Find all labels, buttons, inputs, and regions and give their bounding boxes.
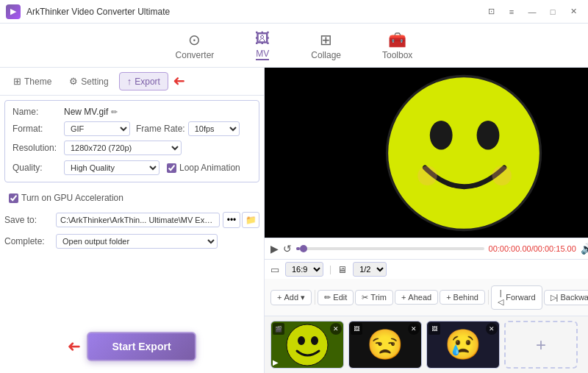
- rewind-button[interactable]: ↺: [283, 243, 292, 255]
- complete-select[interactable]: Open output folder Do nothing: [56, 234, 218, 249]
- framerate-select[interactable]: 10fps 24fps 30fps: [188, 121, 240, 136]
- svg-point-0: [387, 76, 541, 230]
- main-content: ⊞ Theme ⚙ Setting ↑ Export ➜ Name: New M…: [0, 68, 588, 373]
- clip-1-play[interactable]: ▶: [273, 358, 279, 366]
- nav-collage[interactable]: ⊞ Collage: [305, 28, 347, 63]
- save-more-button[interactable]: •••: [223, 212, 240, 228]
- add-icon: +: [277, 293, 282, 302]
- converter-icon: ⊙: [188, 31, 201, 49]
- start-export-button[interactable]: Start Export: [87, 332, 196, 361]
- svg-point-6: [298, 336, 305, 345]
- video-preview: [265, 68, 588, 238]
- tab-export-label: Export: [135, 77, 160, 87]
- tab-export[interactable]: ↑ Export: [119, 72, 168, 90]
- theme-tab-icon: ⊞: [13, 76, 21, 87]
- format-row: Format: GIF MP4 AVI MOV Frame Rate: 10fp…: [12, 121, 251, 136]
- loop-animation-checkbox[interactable]: [167, 163, 176, 173]
- name-value: New MV.gif: [64, 107, 108, 117]
- edit-name-icon[interactable]: ✏: [111, 107, 118, 117]
- time-total: 00:00:15.00: [534, 244, 576, 253]
- start-export-arrow: ➜: [68, 337, 81, 356]
- play-button[interactable]: ▶: [270, 243, 279, 255]
- save-folder-button[interactable]: 📁: [242, 212, 259, 228]
- minimize-button[interactable]: —: [523, 4, 541, 19]
- video-controls: ▶ ↺ 00:00:00.00/00:00:15.00 🔊 Start Expo…: [265, 238, 588, 259]
- add-clip-icon: +: [536, 335, 546, 355]
- clip-3-type: 🖼: [429, 323, 440, 335]
- hamburger-button[interactable]: ≡: [503, 4, 520, 19]
- edit-button[interactable]: ✏ Edit: [318, 290, 354, 305]
- nav-converter-label: Converter: [176, 50, 215, 60]
- export-arrow-indicator: ➜: [173, 73, 185, 90]
- aspect-controls: ▭ 16:9 4:3 1:1 | 🖥 1/2 1/4 1/1: [265, 259, 588, 279]
- menu-button[interactable]: ⊡: [482, 4, 500, 19]
- tab-setting-label: Setting: [81, 77, 108, 87]
- add-button[interactable]: + Add ▾: [270, 290, 312, 305]
- format-label: Format:: [12, 124, 64, 134]
- quality-row: Quality: High Quality Medium Quality Low…: [12, 160, 251, 176]
- svg-point-1: [430, 121, 453, 150]
- tab-setting[interactable]: ⚙ Setting: [62, 73, 115, 90]
- svg-point-7: [311, 336, 318, 345]
- clip-3-close[interactable]: ✕: [486, 323, 498, 335]
- name-label: Name:: [12, 107, 64, 117]
- app-icon: ▶: [6, 4, 21, 19]
- clip-1[interactable]: ✕ 🎬 ▶: [270, 321, 344, 369]
- volume-button[interactable]: 🔊: [581, 243, 588, 255]
- nav-mv[interactable]: 🖼 MV: [249, 27, 276, 63]
- window-controls: ⊡ ≡ — □ ✕: [482, 4, 582, 19]
- clip-2-close[interactable]: ✕: [408, 323, 420, 335]
- svg-point-5: [287, 324, 328, 366]
- clip-3[interactable]: 😢 ✕ 🖼: [426, 321, 500, 369]
- scale-select[interactable]: 1/2 1/4 1/1: [353, 262, 387, 277]
- edit-label: Edit: [333, 293, 347, 302]
- quality-label: Quality:: [12, 163, 64, 173]
- maximize-button[interactable]: □: [544, 4, 562, 19]
- behind-button[interactable]: + Behind: [440, 290, 485, 305]
- clip-2[interactable]: 😒 ✕ 🖼: [348, 321, 422, 369]
- tab-theme[interactable]: ⊞ Theme: [6, 73, 59, 90]
- gpu-row: Turn on GPU Acceleration: [0, 187, 264, 209]
- nav-mv-label: MV: [256, 49, 269, 60]
- backward-button[interactable]: ▷| Backward: [544, 290, 588, 305]
- left-panel: ⊞ Theme ⚙ Setting ↑ Export ➜ Name: New M…: [0, 68, 265, 373]
- resolution-select[interactable]: 1280x720 (720p) 1920x1080 (1080p) 640x48…: [64, 141, 182, 155]
- trim-icon: ✂: [362, 293, 368, 302]
- nav-toolbox[interactable]: 🧰 Toolbox: [376, 28, 418, 63]
- trim-button[interactable]: ✂ Trim: [355, 290, 393, 305]
- save-to-row: Save to: C:\ArkThinker\ArkThin... Ultima…: [4, 212, 259, 228]
- save-to-label: Save to:: [4, 215, 56, 225]
- gpu-checkbox-row[interactable]: Turn on GPU Acceleration: [9, 193, 255, 203]
- svg-point-3: [418, 166, 437, 185]
- progress-bar[interactable]: [296, 247, 484, 250]
- nav-converter[interactable]: ⊙ Converter: [170, 28, 220, 63]
- aspect-select[interactable]: 16:9 4:3 1:1: [285, 262, 323, 277]
- timeline-clips: ✕ 🎬 ▶ 😒 ✕ 🖼 😢 ✕ 🖼: [265, 316, 588, 373]
- ahead-button[interactable]: + Ahead: [395, 290, 438, 305]
- clip-2-emoji: 😒: [367, 327, 404, 362]
- setting-tab-icon: ⚙: [69, 76, 78, 87]
- save-actions: ••• 📁: [223, 212, 259, 228]
- behind-label: Behind: [453, 293, 478, 302]
- export-form: Name: New MV.gif ✏ Format: GIF MP4 AVI M…: [4, 100, 259, 182]
- app-title: ArkThinker Video Converter Ultimate: [26, 7, 482, 17]
- loop-animation-checkbox-row[interactable]: Loop Animation: [167, 163, 240, 173]
- forward-button[interactable]: |◁ Forward: [491, 285, 542, 310]
- time-display: 00:00:00.00/00:00:15.00: [489, 244, 576, 253]
- quality-select[interactable]: High Quality Medium Quality Low Quality: [64, 160, 159, 175]
- close-button[interactable]: ✕: [564, 4, 582, 19]
- time-current: 00:00:00.00: [489, 244, 531, 253]
- save-path-value: C:\ArkThinker\ArkThin... Ultimate\MV Exp…: [56, 213, 220, 227]
- progress-thumb: [300, 245, 307, 252]
- add-label: Add: [284, 293, 298, 302]
- trim-label: Trim: [370, 293, 387, 302]
- format-select[interactable]: GIF MP4 AVI MOV: [64, 121, 130, 136]
- monitor-icon: 🖥: [337, 264, 347, 275]
- clip-1-close[interactable]: ✕: [330, 323, 342, 335]
- svg-point-2: [477, 121, 500, 150]
- gpu-checkbox[interactable]: [9, 193, 18, 203]
- add-clip-button[interactable]: +: [504, 321, 578, 369]
- toolbox-icon: 🧰: [388, 31, 406, 49]
- framerate-label: Frame Rate:: [136, 124, 185, 134]
- complete-label: Complete:: [4, 236, 56, 246]
